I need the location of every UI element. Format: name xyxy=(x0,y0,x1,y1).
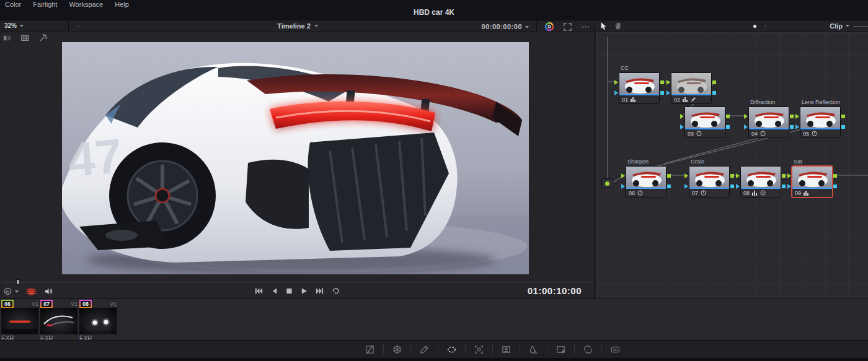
color-wheel-icon[interactable] xyxy=(544,22,554,32)
key-input-port-icon xyxy=(621,184,627,189)
viewer-timecode-field[interactable]: 00:00:00:00 xyxy=(482,23,529,30)
input-port-icon xyxy=(614,80,621,85)
node-04-diffraction[interactable]: Diffraction04 xyxy=(748,107,789,138)
grid-overlay-icon[interactable] xyxy=(20,33,30,43)
key-output-port-icon xyxy=(712,91,716,95)
key-input-port-icon xyxy=(795,124,802,129)
menu-item-fairlight[interactable]: Fairlight xyxy=(33,1,57,8)
node-label: Diffraction xyxy=(750,99,775,105)
play-button[interactable] xyxy=(301,287,308,295)
node-number: 06 xyxy=(629,190,635,196)
node-zoom-slider[interactable] xyxy=(853,26,868,27)
blur-icon[interactable] xyxy=(520,342,547,356)
davinci-resolve-color-page: ColorFairlightWorkspaceHelp HBD car 4K 3… xyxy=(0,0,868,361)
node-number: 05 xyxy=(803,131,809,137)
key-input-port-icon xyxy=(684,184,691,189)
skip-start-button[interactable] xyxy=(255,287,263,295)
step-back-button[interactable] xyxy=(271,287,278,295)
node-graph-panel[interactable]: CC010203Diffraction04Lens Reflection05Sh… xyxy=(596,32,868,298)
menu-bar: ColorFairlightWorkspaceHelp xyxy=(5,1,129,8)
expand-icon[interactable] xyxy=(563,22,572,32)
node-panel-header: Clip xyxy=(595,20,868,32)
stop-button[interactable] xyxy=(286,287,293,295)
pencil-icon xyxy=(691,97,696,102)
fx-icon xyxy=(760,131,766,136)
node-03[interactable]: 03 xyxy=(684,107,725,138)
current-timecode[interactable]: 01:00:10:00 xyxy=(528,285,582,296)
viewer-image: 47 xyxy=(62,42,529,274)
output-port-icon xyxy=(667,174,671,178)
node-label: Sharpen xyxy=(627,159,649,165)
key-input-port-icon xyxy=(787,184,794,189)
qualifier-icon[interactable] xyxy=(411,342,438,356)
key-output-port-icon xyxy=(782,185,786,188)
output-port-icon xyxy=(712,80,716,84)
output-port-icon xyxy=(726,115,730,118)
viewer-canvas[interactable]: 47 xyxy=(62,42,529,274)
node-06-sharpen[interactable]: Sharpen06 xyxy=(626,166,666,198)
node-thumbnail xyxy=(800,107,840,128)
key-input-port-icon xyxy=(736,184,742,189)
fx-icon xyxy=(701,190,706,196)
key-output-port-icon xyxy=(833,185,837,188)
clip-number-badge: 07 xyxy=(40,300,53,308)
node-02[interactable]: 02 xyxy=(671,72,712,104)
node-05-lens-reflection[interactable]: Lens Reflection05 xyxy=(800,107,841,138)
key-output-port-icon xyxy=(660,91,664,95)
ellipsis-icon[interactable] xyxy=(581,22,590,32)
cursor-icon[interactable] xyxy=(599,22,608,30)
key-input-port-icon xyxy=(680,124,686,129)
clip-number-badge: 08 xyxy=(79,300,92,308)
power-window-icon[interactable] xyxy=(438,342,465,356)
menu-item-workspace[interactable]: Workspace xyxy=(69,1,103,8)
input-port-icon xyxy=(680,114,686,119)
node-09-sat[interactable]: Sat09 xyxy=(792,166,833,198)
key-icon[interactable] xyxy=(547,342,574,356)
curves-icon[interactable] xyxy=(356,342,383,356)
chevron-down-icon xyxy=(525,26,529,30)
node-08[interactable]: 08 xyxy=(740,166,781,198)
menu-item-help[interactable]: Help xyxy=(115,1,129,8)
node-number: 07 xyxy=(692,190,698,196)
output-port-icon xyxy=(730,174,734,178)
chevron-down-icon xyxy=(846,25,849,29)
chevron-down-icon xyxy=(314,25,318,29)
key-input-port-icon xyxy=(666,90,673,95)
clip-image xyxy=(1,308,38,334)
clip-track-label: V1 xyxy=(110,301,117,307)
menu-item-color[interactable]: Color xyxy=(5,1,21,8)
node-number: 02 xyxy=(674,97,680,103)
hand-icon[interactable] xyxy=(614,22,622,30)
node-number: 01 xyxy=(622,97,628,103)
node-number: 04 xyxy=(751,131,758,137)
magic-wand-icon[interactable] xyxy=(38,33,48,43)
clip-thumbnail-06[interactable]: 06 V1 EXR xyxy=(1,300,38,342)
stereo-3d-icon[interactable]: 3D xyxy=(602,342,629,356)
node-07-grain[interactable]: Grain07 xyxy=(689,166,730,198)
source-dot-icon xyxy=(605,181,609,186)
tracker-icon[interactable] xyxy=(466,342,492,356)
input-port-icon xyxy=(787,173,794,178)
node-thumbnail xyxy=(619,73,659,94)
key-input-port-icon xyxy=(744,124,750,129)
output-port-icon xyxy=(790,115,794,118)
magic-mask-icon[interactable] xyxy=(493,342,520,356)
source-node[interactable] xyxy=(601,178,613,188)
loop-button[interactable] xyxy=(332,287,340,295)
node-thumbnail xyxy=(792,167,832,188)
node-01-cc[interactable]: CC01 xyxy=(619,72,660,104)
node-mode-dropdown[interactable]: Clip xyxy=(830,22,849,30)
wipe-compare-icon[interactable] xyxy=(2,33,12,43)
output-port-icon xyxy=(660,80,664,84)
clip-thumbnail-08[interactable]: 08 V1 EXR xyxy=(79,300,117,342)
node-indicator-dot xyxy=(753,25,756,28)
histogram-icon xyxy=(631,97,636,102)
input-port-icon xyxy=(736,173,742,178)
skip-end-button[interactable] xyxy=(316,287,324,295)
clip-image xyxy=(40,308,78,334)
toolbar-row: 32% Timeline 2 00:00:00:00 Clip xyxy=(0,20,868,32)
color-warper-icon[interactable] xyxy=(384,342,410,356)
clip-thumbnail-07[interactable]: 07 V1 EXR xyxy=(40,300,78,342)
playhead-marker[interactable] xyxy=(17,279,19,285)
sizing-icon[interactable] xyxy=(575,342,601,356)
